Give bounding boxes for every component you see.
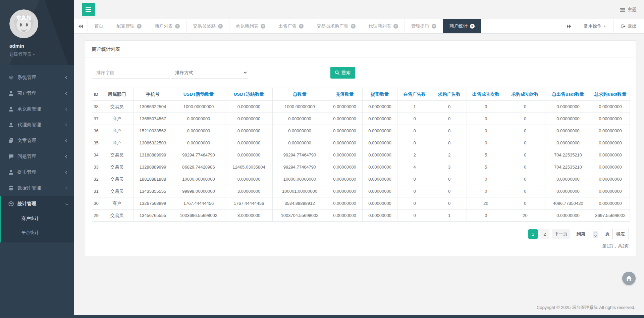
sortable-column-header[interactable]: 总求购usdt数量 xyxy=(591,88,630,101)
tab[interactable]: 首页 xyxy=(88,19,110,33)
table-cell: 0 xyxy=(397,113,432,125)
theme-icon xyxy=(620,7,625,12)
table-cell: 704.22535210 xyxy=(545,149,591,161)
tab[interactable]: 管理提币× xyxy=(405,19,443,33)
tab-label: 出售广告 xyxy=(278,23,297,29)
sidebar-subitem[interactable]: 平台统计 xyxy=(1,226,74,240)
table-cell: 0.00000000 xyxy=(327,173,363,185)
tab-close-icon[interactable]: × xyxy=(470,24,475,29)
table-cell: 0 xyxy=(397,197,432,210)
tab-close-icon[interactable]: × xyxy=(351,24,356,29)
table-cell: 30 xyxy=(92,197,100,210)
table-cell: 38 xyxy=(92,101,100,113)
tab[interactable]: 出售广告× xyxy=(272,19,310,33)
page-number-button[interactable]: 1 xyxy=(528,229,538,239)
sidebar-link[interactable]: 数据库管理 xyxy=(0,180,74,196)
tab[interactable]: 交易员奖励× xyxy=(186,19,229,33)
tab-close-icon[interactable]: × xyxy=(175,24,180,29)
tab-close-icon[interactable]: × xyxy=(218,24,223,29)
tab[interactable]: 商户统计× xyxy=(443,19,481,33)
table-cell: 交易员 xyxy=(100,149,134,161)
table-cell: 13456765555 xyxy=(134,210,172,222)
tab[interactable]: 代理商列表× xyxy=(362,19,405,33)
avatar[interactable]: 求真相 xyxy=(9,9,38,38)
sidebar-link[interactable]: 提币管理 xyxy=(0,164,74,180)
tab[interactable]: 交易员求购广告× xyxy=(310,19,362,33)
sidebar-link[interactable]: 系统管理 xyxy=(0,70,74,85)
tabs-scroll-right-button[interactable] xyxy=(562,19,576,33)
table-cell: 13086322503 xyxy=(134,137,172,149)
table-cell: 0.00000000 xyxy=(545,125,591,137)
table-cell: 0.00000000 xyxy=(225,101,273,113)
page-buttons: 12 xyxy=(528,229,549,239)
sortable-column-header[interactable]: 充值数量 xyxy=(327,88,363,101)
search-button[interactable]: 搜索 xyxy=(330,67,355,79)
table-cell: 10000.00000000 xyxy=(172,173,225,185)
table-cell: 商户 xyxy=(100,137,134,149)
comment-icon xyxy=(8,154,14,159)
logout-button[interactable]: 退出 xyxy=(613,19,644,33)
sidebar-link[interactable]: 承兑商管理 xyxy=(0,101,74,117)
table-cell: 1 xyxy=(397,101,432,113)
table-cell: 32 xyxy=(92,173,100,185)
sort-method-select[interactable]: 排序方式 xyxy=(171,67,248,79)
tab-close-icon[interactable]: × xyxy=(393,24,398,29)
table-row: 32交易员1881888188810000.000000000.00000000… xyxy=(92,173,630,185)
table-cell: 0 xyxy=(505,161,545,173)
database-icon xyxy=(8,185,14,191)
sidebar-item-7: 数据库管理 xyxy=(0,180,74,196)
sortable-column-header[interactable]: 求购成功次数 xyxy=(505,88,545,101)
next-page-button[interactable]: 下一页 xyxy=(552,229,570,239)
table-cell: 0 xyxy=(432,197,467,210)
tab[interactable]: 承兑商列表× xyxy=(229,19,272,33)
chevron-left-icon xyxy=(65,76,68,79)
sortable-column-header[interactable]: 总数量 xyxy=(273,88,327,101)
table-cell: 0.00000000 xyxy=(273,113,327,125)
table-row: 33交易员1328888999986829.7442898612465.0303… xyxy=(92,161,630,173)
tab[interactable]: 商户列表× xyxy=(148,19,186,33)
role-dropdown[interactable]: 超级管理员▼ xyxy=(9,51,74,57)
theme-button[interactable]: 主题 xyxy=(620,7,637,13)
table-cell: 0.00000000 xyxy=(363,137,397,149)
tab-close-icon[interactable]: × xyxy=(299,24,304,29)
table-row: 36商户152100385620.000000000.000000000.000… xyxy=(92,125,630,137)
tab-close-icon[interactable]: × xyxy=(261,24,265,29)
table-cell: 0 xyxy=(397,210,432,222)
sort-field-input[interactable] xyxy=(92,67,170,79)
table-cell: 8.00000000 xyxy=(225,210,273,222)
sortable-column-header[interactable]: 提币数量 xyxy=(363,88,397,101)
sidebar-item-4: 文章管理 xyxy=(0,133,74,148)
goto-page-input[interactable] xyxy=(588,229,603,239)
tabs-scroll-left-button[interactable] xyxy=(74,19,88,33)
sortable-column-header[interactable]: 总出售usdt数量 xyxy=(545,88,591,101)
table-cell: 31 xyxy=(92,185,100,197)
table-cell: 0.00000000 xyxy=(363,173,397,185)
menu-toggle-button[interactable] xyxy=(82,3,95,16)
table-header-row: ID所属部门手机号USDT活动数量USDT冻结数量总数量充值数量提币数量在售广告… xyxy=(92,88,630,101)
table-cell: 13188889999 xyxy=(134,149,172,161)
home-fab-button[interactable] xyxy=(622,272,636,285)
number-spinner-icon[interactable] xyxy=(593,231,598,238)
tab-close-icon[interactable]: × xyxy=(432,24,436,29)
sidebar-subitem[interactable]: 商户统计 xyxy=(1,212,74,226)
sidebar-link[interactable]: 问题管理 xyxy=(0,148,74,164)
sidebar-link[interactable]: 统计管理 xyxy=(1,196,74,212)
sortable-column-header[interactable]: USDT活动数量 xyxy=(172,88,225,101)
sidebar-link[interactable]: 代理商管理 xyxy=(0,117,74,133)
table-cell: 0.00000000 xyxy=(225,173,273,185)
table-cell: 交易员 xyxy=(100,161,134,173)
sortable-column-header[interactable]: 在售广告数 xyxy=(397,88,432,101)
common-actions-dropdown[interactable]: 常用操作 ▼ xyxy=(576,19,613,33)
table-cell: 0.00000000 xyxy=(327,101,363,113)
sortable-column-header[interactable]: USDT冻结数量 xyxy=(225,88,273,101)
table-cell: 0.00000000 xyxy=(363,125,397,137)
sortable-column-header[interactable]: 出售成功次数 xyxy=(467,88,505,101)
table-cell: 99294.77464790 xyxy=(273,161,327,173)
sidebar-link[interactable]: 文章管理 xyxy=(0,133,74,148)
tab-close-icon[interactable]: × xyxy=(137,24,142,29)
page-number-button[interactable]: 2 xyxy=(540,229,549,239)
sortable-column-header[interactable]: 求购广告数 xyxy=(432,88,467,101)
sidebar-link[interactable]: 商户管理 xyxy=(0,85,74,101)
tab[interactable]: 配置管理× xyxy=(110,19,148,33)
goto-confirm-button[interactable]: 确定 xyxy=(612,229,629,239)
